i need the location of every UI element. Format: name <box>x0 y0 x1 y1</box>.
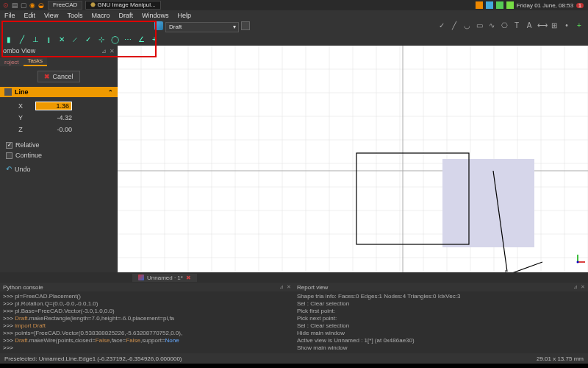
tool-wave-icon[interactable]: ∿ <box>487 21 496 30</box>
tab-tasks[interactable]: Tasks <box>24 57 47 66</box>
python-console-body[interactable]: >>> pl=FreeCAD.Placement()>>> pl.Rotatio… <box>0 291 294 353</box>
relative-checkbox[interactable] <box>6 142 12 149</box>
pin-icon[interactable]: ⊿ <box>101 48 107 54</box>
svg-line-35 <box>437 262 542 272</box>
draft-line-icon[interactable]: ▮ <box>4 35 13 44</box>
draft-plus-icon[interactable]: + <box>150 35 159 44</box>
combo-view-title: ombo View <box>3 47 98 54</box>
menu-help[interactable]: Help <box>173 12 196 19</box>
doc-close-icon[interactable]: ✖ <box>186 275 191 281</box>
close-icon[interactable]: ✕ <box>110 48 115 54</box>
workbench-icon <box>154 21 163 30</box>
tool-rect-icon[interactable]: ▭ <box>475 21 484 30</box>
close-icon[interactable]: ✕ <box>287 284 291 290</box>
sys-orange-icon[interactable] <box>476 1 483 9</box>
python-console-title: Python console <box>3 284 276 291</box>
status-dimensions: 29.01 x 13.75 mm <box>537 355 584 362</box>
draft-wire-icon[interactable]: ╱ <box>18 35 26 44</box>
main-toolbar: Draft ✓ ╱ ◡ ▭ ∿ ⎔ T A ⟷ ⊞ • + <box>0 21 588 34</box>
pin-icon[interactable]: ⊿ <box>573 284 578 290</box>
draft-dbl-icon[interactable]: ⫿ <box>44 35 53 44</box>
line-section-icon <box>4 88 12 96</box>
desktop-launchers: ⊙ ▤ ▢ ◉ ◒ <box>0 1 45 9</box>
undo-button[interactable]: ↶Undo <box>0 162 118 176</box>
draft-angle-icon[interactable]: ∠ <box>137 35 146 44</box>
taskbar-gimp[interactable]: ⬣ GNU Image Manipul... <box>85 1 160 10</box>
menu-view[interactable]: View <box>40 12 62 19</box>
continue-checkbox[interactable] <box>6 152 12 159</box>
document-tabs: Unnamed · 1*✖ <box>0 272 588 283</box>
tool-arc-icon[interactable]: ◡ <box>462 21 471 30</box>
sys-blue-icon[interactable] <box>486 1 493 9</box>
x-input[interactable]: 1.36 <box>35 102 72 110</box>
report-view-panel: Report view⊿✕ Shape tria info: Faces:0 E… <box>294 283 588 353</box>
firefox-icon[interactable]: ◉ <box>29 1 36 9</box>
tool-dim-icon[interactable]: ⟷ <box>537 21 546 30</box>
combo-tabs: roject Tasks <box>0 56 118 66</box>
status-bar: Preselected: Unnamed.Line.Edge1 (-6.2371… <box>0 353 588 364</box>
undo-icon: ↶ <box>6 165 12 173</box>
bottom-panels: Python console⊿✕ >>> pl=FreeCAD.Placemen… <box>0 283 588 353</box>
cancel-button[interactable]: ✖Cancel <box>37 71 79 82</box>
terminal-icon[interactable]: ▢ <box>20 1 27 9</box>
sys-green2-icon[interactable] <box>506 1 514 9</box>
draft-circle-icon[interactable]: ◯ <box>110 35 119 44</box>
menu-file[interactable]: File <box>0 12 20 19</box>
tab-project[interactable]: roject <box>0 58 24 66</box>
pin-icon[interactable]: ⊿ <box>279 284 284 290</box>
tool-cplus-icon[interactable]: + <box>575 21 584 30</box>
draft-cross-icon[interactable]: ✕ <box>57 35 66 44</box>
draft-perp-icon[interactable]: ⊥ <box>31 35 40 44</box>
menu-tools[interactable]: Tools <box>62 12 87 19</box>
tool-cpoint-icon[interactable]: • <box>562 21 571 30</box>
draft-toolbar: ▮ ╱ ⊥ ⫿ ✕ ⟋ ✓ ⊹ ◯ ⋯ ∠ + <box>0 34 588 46</box>
cancel-x-icon: ✖ <box>44 73 50 80</box>
palette-button[interactable] <box>241 21 250 30</box>
menu-windows[interactable]: Windows <box>137 12 173 19</box>
coord-x-row: X1.36 <box>6 100 112 112</box>
menu-draft[interactable]: Draft <box>114 12 137 19</box>
svg-point-39 <box>577 261 579 263</box>
continue-label: Continue <box>15 152 42 159</box>
tool-grid-icon[interactable]: ⊞ <box>550 21 559 30</box>
combo-view-header: ombo View ⊿ ✕ <box>0 46 118 56</box>
close-icon[interactable]: ✕ <box>581 284 585 290</box>
taskbar-freecad[interactable]: FreeCAD <box>48 1 82 10</box>
toolbar-right-tools: ✓ ╱ ◡ ▭ ∿ ⎔ T A ⟷ ⊞ • + <box>437 21 584 30</box>
tool-text-icon[interactable]: T <box>512 21 521 30</box>
notifications-icon[interactable]: 1 <box>576 3 584 8</box>
sys-green-icon[interactable] <box>496 1 503 9</box>
y-input[interactable]: -4.32 <box>35 114 72 121</box>
debian-icon[interactable]: ⊙ <box>2 1 10 9</box>
draft-point-icon[interactable]: ⊹ <box>97 35 106 44</box>
draft-dots-icon[interactable]: ⋯ <box>123 35 132 44</box>
draft-poly-icon[interactable]: ⟋ <box>71 35 79 44</box>
draft-tick-icon[interactable]: ✓ <box>84 35 93 44</box>
coord-y-row: Y-4.32 <box>6 112 112 124</box>
tool-line-icon[interactable]: ╱ <box>450 21 459 30</box>
z-input[interactable]: -0.00 <box>35 126 72 133</box>
menu-edit[interactable]: Edit <box>20 12 40 19</box>
python-console-panel: Python console⊿✕ >>> pl=FreeCAD.Placemen… <box>0 283 294 353</box>
menu-bar: File Edit View Tools Macro Draft Windows… <box>0 10 588 21</box>
blender-icon[interactable]: ◒ <box>37 1 45 9</box>
report-view-body[interactable]: Shape tria info: Faces:0 Edges:1 Nodes:4… <box>294 291 588 353</box>
relative-label: Relative <box>15 141 40 149</box>
workbench-selector[interactable]: Draft <box>165 22 239 32</box>
tool-tick-icon[interactable]: ✓ <box>437 21 446 30</box>
combo-view-panel: ombo View ⊿ ✕ roject Tasks ✖Cancel Line … <box>0 46 118 272</box>
svg-rect-33 <box>442 159 534 247</box>
freecad-icon <box>138 275 144 280</box>
tool-ann-icon[interactable]: A <box>525 21 534 30</box>
report-view-title: Report view <box>297 284 570 291</box>
files-icon[interactable]: ▤ <box>11 1 18 9</box>
section-line-header[interactable]: Line ⌃ <box>0 87 118 97</box>
tool-hex-icon[interactable]: ⎔ <box>500 21 509 30</box>
doc-tab-unnamed[interactable]: Unnamed · 1*✖ <box>132 274 197 282</box>
viewport-3d[interactable] <box>118 46 588 272</box>
menu-macro[interactable]: Macro <box>87 12 114 19</box>
main-area: ombo View ⊿ ✕ roject Tasks ✖Cancel Line … <box>0 46 588 272</box>
status-preselection: Preselected: Unnamed.Line.Edge1 (-6.2371… <box>4 355 182 362</box>
coord-z-row: Z-0.00 <box>6 124 112 135</box>
desktop-taskbar: ⊙ ▤ ▢ ◉ ◒ FreeCAD ⬣ GNU Image Manipul...… <box>0 0 588 10</box>
